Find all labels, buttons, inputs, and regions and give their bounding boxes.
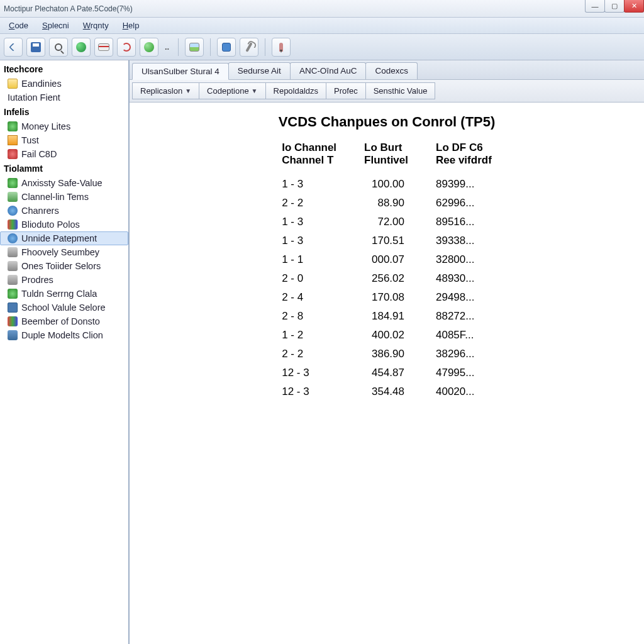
pin-icon (279, 43, 283, 52)
maximize-button[interactable]: ▢ (604, 0, 625, 13)
tico-blue-icon (8, 233, 18, 243)
table-row[interactable]: 2 - 2386.9038296... (268, 345, 506, 364)
menu-splecni[interactable]: Splecni (36, 19, 75, 32)
minimize-button[interactable]: — (585, 0, 605, 13)
tree-item[interactable]: Iutation Fient (0, 91, 128, 104)
card-button[interactable] (94, 38, 113, 57)
cell-c3: 32800... (422, 250, 506, 269)
overflow-icon[interactable]: .. (162, 42, 172, 52)
menu-wrqnty[interactable]: Wrqnty (77, 19, 115, 32)
cell-c1: 1 - 3 (268, 213, 350, 231)
tree-item[interactable]: Blioduto Polos (0, 218, 128, 231)
table-row[interactable]: 1 - 1000.0732800... (268, 250, 506, 269)
primary-tab[interactable]: Sedurse Ait (228, 62, 291, 79)
table-row[interactable]: 1 - 3100.0089399... (268, 175, 506, 194)
tico-gray-icon (8, 247, 18, 257)
cell-c2: 184.91 (350, 307, 422, 326)
cell-c1: 12 - 3 (268, 364, 350, 382)
table-row[interactable]: 2 - 288.9062996... (268, 194, 506, 213)
tree-item-label: Fail C8D (21, 149, 57, 159)
cell-c1: 2 - 0 (268, 269, 350, 288)
table-row[interactable]: 2 - 4170.0829498... (268, 288, 506, 307)
cell-c2: 170.51 (350, 231, 422, 250)
tree-item[interactable]: Duple Modelts Clion (0, 328, 128, 342)
table-row[interactable]: 12 - 3454.8747995... (268, 364, 506, 382)
secondary-tab[interactable]: Profec (326, 82, 366, 99)
table-row[interactable]: 1 - 3170.5139338... (268, 231, 506, 250)
tab-label: Repoldaldzs (274, 86, 319, 96)
tico-multi-icon (8, 316, 18, 326)
chevron-down-icon: ▼ (252, 87, 258, 94)
table-row[interactable]: 1 - 372.0089516... (268, 213, 506, 231)
tree-item-label: Anxissty Safe-Value (21, 178, 103, 188)
secondary-tab[interactable]: Repoldaldzs (265, 82, 327, 99)
tree-group-header[interactable]: Tiolammt (0, 161, 128, 176)
tree-item[interactable]: Tuldn Serrng Clala (0, 287, 128, 301)
tico-green-icon (8, 289, 18, 299)
blue-square-icon (222, 43, 231, 52)
data-table: Io ChannelChannel TLo BurtFluntivelLo DF… (268, 139, 506, 401)
tree-item[interactable]: Anxissty Safe-Value (0, 176, 128, 190)
menu-code[interactable]: Code (3, 19, 35, 32)
zoom-button[interactable] (49, 38, 68, 57)
window-controls: — ▢ ✕ (586, 0, 644, 13)
table-row[interactable]: 2 - 0256.0248930... (268, 269, 506, 288)
tree-item-label: Tust (21, 135, 39, 145)
page-title: VCDS Chanpues on Conrol (TP5) (130, 103, 644, 139)
tree-item-label: Prodres (21, 275, 53, 285)
blue-button[interactable] (217, 38, 236, 57)
tree-item-label: Blioduto Polos (21, 219, 80, 230)
table-row[interactable]: 2 - 8184.9188272... (268, 307, 506, 326)
secondary-tab[interactable]: Codeptione▼ (199, 82, 265, 99)
tree-item[interactable]: Ones Toiider Selors (0, 259, 128, 273)
wrench-button[interactable] (240, 38, 258, 57)
tree-item[interactable]: School Valule Selore (0, 301, 128, 314)
cell-c3: 29498... (422, 288, 506, 307)
cell-c3: 38296... (422, 345, 506, 364)
tree-item[interactable]: Beember of Donsto (0, 314, 128, 328)
secondary-tab[interactable]: Sensthic Value (365, 82, 436, 99)
tree-item-label: School Valule Selore (21, 303, 106, 313)
close-button[interactable]: ✕ (624, 0, 644, 13)
tree-item[interactable]: Chanrers (0, 204, 128, 218)
tree-item[interactable]: Fhoovely Seumbey (0, 245, 128, 259)
table-row[interactable]: 1 - 2400.024085F... (268, 326, 506, 345)
tree-group-header[interactable]: Itechcore (0, 62, 128, 77)
primary-tab[interactable]: ANC-Oînd AuC (290, 62, 367, 79)
table-row[interactable]: 12 - 3354.4840020... (268, 382, 506, 401)
primary-tab[interactable]: Codexcs (365, 62, 418, 79)
tico-green-icon (8, 178, 18, 188)
tree-group-header[interactable]: Infelis (0, 104, 128, 119)
green-button[interactable] (140, 38, 158, 57)
back-button[interactable] (4, 38, 23, 57)
tree-item[interactable]: Money Lites (0, 119, 128, 133)
picture-button[interactable] (185, 38, 204, 57)
card-icon (98, 43, 109, 51)
tree-item-label: Chanrers (21, 206, 59, 216)
secondary-tab[interactable]: Replicaslon▼ (132, 82, 199, 99)
disk-icon (31, 42, 41, 52)
save-button[interactable] (26, 38, 45, 57)
cell-c2: 72.00 (350, 213, 422, 231)
cell-c2: 354.48 (350, 382, 422, 401)
cell-c1: 2 - 2 (268, 345, 350, 364)
arrow-left-icon (9, 42, 18, 51)
tree-item[interactable]: Tust (0, 133, 128, 147)
column-header[interactable]: Lo BurtFluntivel (350, 139, 422, 175)
tree-item[interactable]: Unnide Patepment (0, 231, 128, 245)
cell-c2: 100.00 (350, 175, 422, 194)
primary-tab[interactable]: UlsanSulber Stural 4 (132, 63, 229, 80)
web-button[interactable] (72, 38, 91, 57)
refresh-button[interactable] (117, 38, 136, 57)
column-header[interactable]: Lo DF C6Ree vifdrdf (422, 139, 506, 175)
pin-button[interactable] (272, 38, 291, 57)
menu-help[interactable]: Help (116, 19, 146, 32)
cell-c1: 1 - 3 (268, 175, 350, 194)
tree-item[interactable]: Prodres (0, 273, 128, 287)
column-header[interactable]: Io ChannelChannel T (268, 139, 350, 175)
tree-item[interactable]: Eandinies (0, 77, 128, 91)
titlebar: Moctipur Plechaton A Pate.5Code(7%) — ▢ … (0, 0, 644, 18)
tree-item[interactable]: Clannel-lin Tems (0, 190, 128, 204)
tree-item[interactable]: Fail C8D (0, 147, 128, 161)
tico-monitor-icon (8, 303, 18, 313)
